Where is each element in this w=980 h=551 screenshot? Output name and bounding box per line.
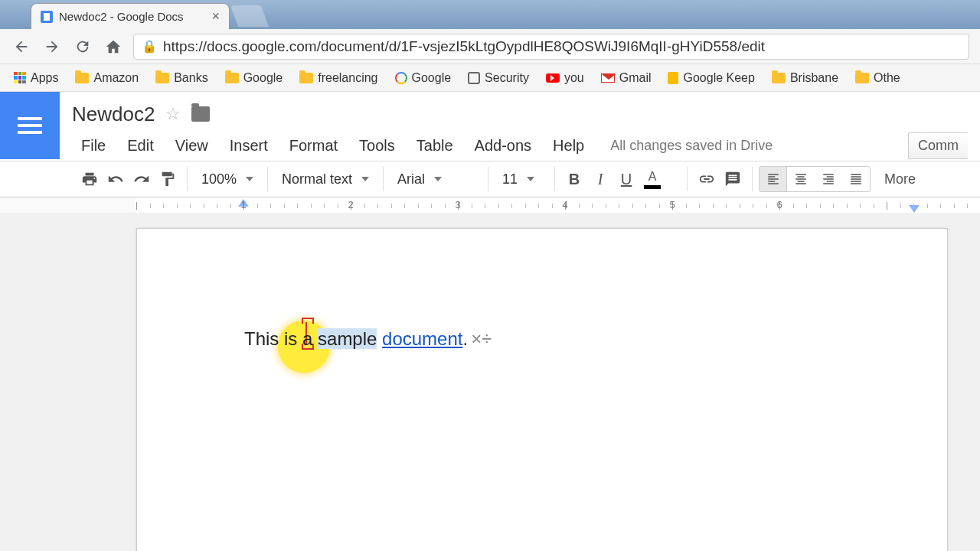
undo-button[interactable] xyxy=(103,166,129,192)
shield-icon xyxy=(468,72,480,84)
google-icon xyxy=(395,72,407,84)
chevron-down-icon xyxy=(246,177,253,181)
text-color-button[interactable]: A xyxy=(639,166,665,192)
bookmark-security[interactable]: Security xyxy=(462,68,535,88)
menu-file[interactable]: File xyxy=(72,134,115,158)
bookmark-brisbane[interactable]: Brisbane xyxy=(766,68,844,88)
folder-icon xyxy=(155,73,169,83)
folder-icon xyxy=(75,73,89,83)
italic-button[interactable]: I xyxy=(587,166,613,192)
menu-addons[interactable]: Add-ons xyxy=(466,134,541,158)
selected-text: sample xyxy=(318,328,377,349)
menu-insert[interactable]: Insert xyxy=(220,134,277,158)
insert-link-button[interactable] xyxy=(694,166,720,192)
more-button[interactable]: More xyxy=(878,168,922,191)
print-button[interactable] xyxy=(77,166,103,192)
bookmark-google-folder[interactable]: Google xyxy=(219,68,289,88)
url-bar[interactable]: 🔒 https://docs.google.com/document/d/1F-… xyxy=(133,34,969,60)
folder-icon xyxy=(772,73,786,83)
style-dropdown[interactable]: Normal text xyxy=(274,166,377,192)
browser-tab[interactable]: Newdoc2 - Google Docs × xyxy=(31,3,230,29)
chevron-down-icon xyxy=(434,177,442,181)
keep-icon xyxy=(668,72,678,84)
folder-icon xyxy=(225,73,239,83)
browser-nav-bar: 🔒 https://docs.google.com/document/d/1F-… xyxy=(0,29,980,64)
folder-icon xyxy=(299,73,313,83)
align-left-button[interactable] xyxy=(760,167,787,191)
apps-button[interactable]: Apps xyxy=(8,68,64,88)
comments-button[interactable]: Comm xyxy=(908,132,968,159)
bookmark-amazon[interactable]: Amazon xyxy=(69,68,145,88)
ruler[interactable]: 123456 xyxy=(0,197,980,214)
bookmark-freelancing[interactable]: freelancing xyxy=(293,68,384,88)
align-right-button[interactable] xyxy=(815,167,842,191)
document-title[interactable]: Newdoc2 xyxy=(72,103,155,126)
underline-button[interactable]: U xyxy=(613,166,639,192)
docs-favicon xyxy=(41,11,53,23)
bookmark-youtube[interactable]: you xyxy=(540,68,590,88)
apps-grid-icon xyxy=(14,72,26,84)
youtube-icon xyxy=(546,73,560,83)
hamburger-icon xyxy=(18,113,42,138)
menu-edit[interactable]: Edit xyxy=(118,134,162,158)
menu-format[interactable]: Format xyxy=(280,134,347,158)
folder-icon xyxy=(855,73,869,83)
move-to-folder-button[interactable] xyxy=(191,106,210,122)
redo-button[interactable] xyxy=(129,166,155,192)
browser-tab-strip: Newdoc2 - Google Docs × xyxy=(0,0,980,29)
back-button[interactable] xyxy=(11,36,32,57)
bookmark-google[interactable]: Google xyxy=(389,68,458,88)
align-group xyxy=(759,166,871,192)
docs-header: Newdoc2 ☆ File Edit View Insert Format T… xyxy=(0,92,980,161)
bookmark-gmail[interactable]: Gmail xyxy=(595,68,658,88)
bookmark-banks[interactable]: Banks xyxy=(149,68,214,88)
bookmark-keep[interactable]: Google Keep xyxy=(662,68,760,88)
tab-title: Newdoc2 - Google Docs xyxy=(59,10,205,23)
bookmarks-bar: Apps Amazon Banks Google freelancing Goo… xyxy=(0,64,980,92)
font-dropdown[interactable]: Arial xyxy=(390,166,482,192)
paragraph-mark: ×÷ xyxy=(471,328,492,349)
hyperlink-text[interactable]: document xyxy=(382,328,462,349)
lock-icon: 🔒 xyxy=(142,39,157,54)
paint-format-button[interactable] xyxy=(155,166,181,192)
zoom-dropdown[interactable]: 100% xyxy=(194,166,261,192)
chevron-down-icon xyxy=(361,177,369,181)
url-text: https://docs.google.com/document/d/1F-vs… xyxy=(163,38,765,55)
menu-table[interactable]: Table xyxy=(407,134,462,158)
font-size-dropdown[interactable]: 11 xyxy=(495,166,548,192)
document-area: This is a sample document.×÷ xyxy=(0,213,980,551)
home-button[interactable] xyxy=(103,36,124,57)
menu-help[interactable]: Help xyxy=(544,134,593,158)
star-button[interactable]: ☆ xyxy=(165,104,181,124)
new-tab-button[interactable] xyxy=(230,5,269,27)
toolbar: 100% Normal text Arial 11 B I U A More xyxy=(0,161,980,197)
docs-menu-button[interactable] xyxy=(0,92,60,159)
insert-comment-button[interactable] xyxy=(720,166,746,192)
document-text-line[interactable]: This is a sample document.×÷ xyxy=(244,328,840,350)
chevron-down-icon xyxy=(527,177,534,181)
bookmark-other[interactable]: Othe xyxy=(849,68,906,88)
gmail-icon xyxy=(601,73,615,83)
forward-button[interactable] xyxy=(41,36,63,57)
right-indent-marker[interactable] xyxy=(909,205,920,213)
bold-button[interactable]: B xyxy=(561,166,587,192)
reload-button[interactable] xyxy=(72,36,93,57)
menu-view[interactable]: View xyxy=(166,134,217,158)
align-center-button[interactable] xyxy=(787,167,815,191)
save-status: All changes saved in Drive xyxy=(610,138,773,154)
text-color-dropdown[interactable] xyxy=(665,166,681,192)
align-justify-button[interactable] xyxy=(842,167,870,191)
menu-tools[interactable]: Tools xyxy=(350,134,404,158)
tab-close-icon[interactable]: × xyxy=(211,8,220,24)
document-page[interactable]: This is a sample document.×÷ xyxy=(136,228,948,551)
